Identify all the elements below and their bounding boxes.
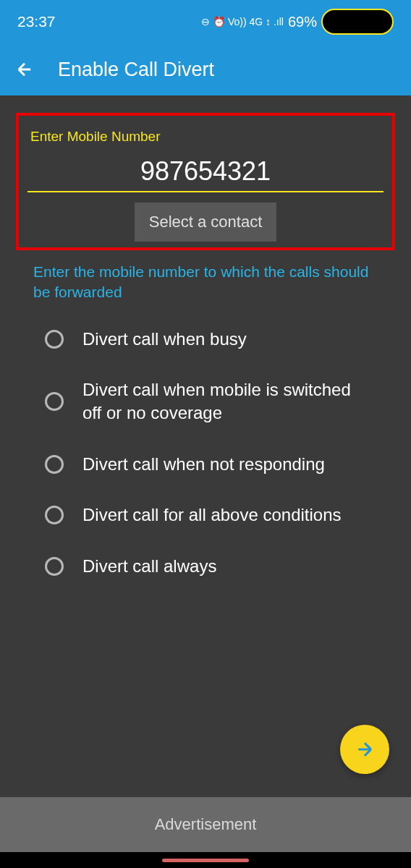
battery-pill-icon [321, 9, 394, 35]
option-divert-busy[interactable]: Divert call when busy [45, 328, 372, 351]
option-divert-all-above[interactable]: Divert call for all above conditions [45, 503, 372, 527]
option-label: Divert call when busy [82, 328, 247, 351]
arrow-right-icon [354, 739, 376, 760]
back-arrow-icon[interactable] [14, 59, 35, 80]
radio-icon [45, 392, 64, 411]
input-label: Enter Mobile Number [25, 129, 386, 145]
radio-icon [45, 557, 64, 576]
mobile-number-input[interactable]: 987654321 [25, 150, 386, 191]
advertisement-banner[interactable]: Advertisement [0, 797, 411, 852]
helper-text: Enter the mobile number to which the cal… [0, 256, 411, 303]
option-divert-not-responding[interactable]: Divert call when not responding [45, 453, 372, 476]
radio-icon [45, 330, 64, 349]
proceed-fab-button[interactable] [340, 725, 389, 774]
nav-handle-icon[interactable] [162, 859, 249, 862]
option-divert-always[interactable]: Divert call always [45, 555, 372, 578]
status-icons: ⊖ ⏰ Vo)) 4G ↕ .ıll [201, 16, 284, 27]
app-bar: Enable Call Divert [0, 43, 411, 95]
status-bar: 23:37 ⊖ ⏰ Vo)) 4G ↕ .ıll 69% [0, 0, 411, 43]
option-label: Divert call when mobile is switched off … [82, 378, 372, 425]
battery-percentage: 69% [288, 14, 317, 30]
radio-icon [45, 455, 64, 474]
radio-icon [45, 506, 64, 524]
page-title: Enable Call Divert [58, 59, 214, 81]
option-divert-off-nocoverage[interactable]: Divert call when mobile is switched off … [45, 378, 372, 425]
system-nav-bar [0, 852, 411, 868]
option-label: Divert call always [82, 555, 216, 578]
input-underline [27, 191, 384, 192]
option-label: Divert call when not responding [82, 453, 325, 476]
ad-label: Advertisement [155, 815, 257, 834]
status-time: 23:37 [17, 13, 56, 30]
option-label: Divert call for all above conditions [82, 503, 342, 527]
status-right: ⊖ ⏰ Vo)) 4G ↕ .ıll 69% [201, 9, 394, 35]
divert-options-list: Divert call when busy Divert call when m… [0, 303, 411, 578]
number-input-section: Enter Mobile Number 987654321 Select a c… [16, 113, 395, 250]
select-contact-button[interactable]: Select a contact [135, 203, 277, 242]
